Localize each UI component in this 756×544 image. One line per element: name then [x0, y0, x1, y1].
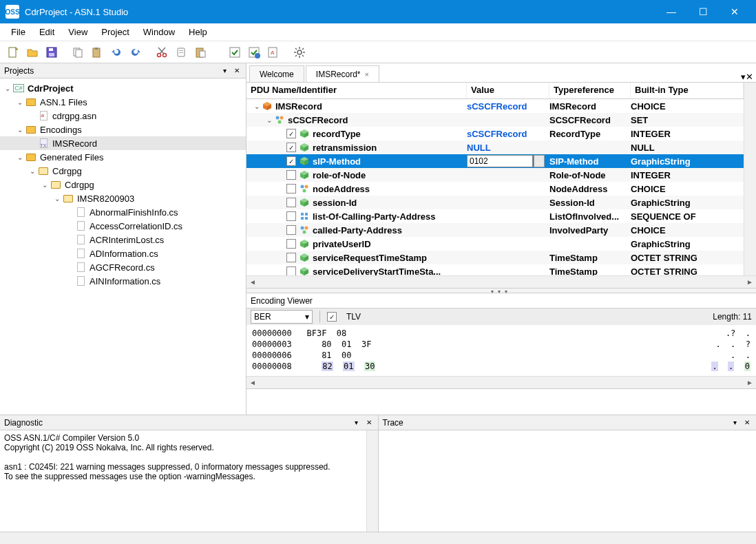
menu-help[interactable]: Help — [182, 25, 214, 39]
validate-icon[interactable] — [226, 43, 244, 61]
tree-imsrecord[interactable]: TXIMSRecord — [0, 136, 246, 150]
trace-menu-icon[interactable]: ▾ — [730, 418, 739, 428]
tree-file-1[interactable]: AbnormalFinishInfo.cs — [0, 205, 246, 219]
undo-icon[interactable] — [107, 43, 125, 61]
menu-file[interactable]: File — [4, 25, 32, 39]
checkbox-calling-party[interactable] — [286, 211, 296, 221]
menu-project[interactable]: Project — [94, 25, 136, 39]
grid-row-0[interactable]: ⌄IMSRecord sCSCFRecord IMSRecord CHOICE — [246, 99, 744, 113]
diagnostic-scrollbar[interactable] — [366, 430, 378, 532]
sip-method-value-input[interactable] — [467, 155, 533, 167]
checkbox-role-of-node[interactable] — [286, 170, 296, 180]
svg-point-58 — [305, 227, 308, 230]
tree-asn-file[interactable]: acdrgpg.asn — [0, 109, 246, 123]
trace-close-icon[interactable]: ✕ — [742, 418, 752, 428]
grid-vertical-scrollbar[interactable] — [744, 83, 756, 275]
checkbox-sdsts[interactable] — [286, 266, 296, 275]
grid-row-1[interactable]: ⌄sCSCFRecord SCSCFRecord SET — [246, 113, 744, 127]
hex-view[interactable]: .? . . . ? . . . . 000000000 BF3F 08 000… — [246, 325, 756, 376]
grid-row-12[interactable]: serviceDeliveryStartTimeSta... TimeStamp… — [246, 264, 744, 275]
grid-h-builtin[interactable]: Built-in Type — [631, 83, 744, 98]
tree-cdrgpg-1[interactable]: ⌄Cdrgpg — [0, 164, 246, 178]
length-label: Length: 11 — [713, 312, 752, 322]
project-tree[interactable]: ⌄C#CdrProject ⌄ASN.1 Files acdrgpg.asn ⌄… — [0, 79, 246, 421]
grid-horizontal-scrollbar[interactable]: ◄► — [246, 275, 756, 288]
paste-icon[interactable] — [88, 43, 106, 61]
redo-icon[interactable] — [127, 43, 145, 61]
hex-horizontal-scrollbar[interactable]: ◄► — [246, 376, 756, 388]
grid-row-6[interactable]: nodeAddress NodeAddress CHOICE — [246, 182, 744, 196]
checkbox-srts[interactable] — [286, 253, 296, 262]
svg-rect-56 — [305, 217, 308, 220]
tree-file-5[interactable]: AGCFRecord.cs — [0, 260, 246, 274]
bottom-panels: Diagnostic ▾ ✕ OSS ASN.1/C# Compiler Ver… — [0, 415, 756, 532]
tree-asn1-files[interactable]: ⌄ASN.1 Files — [0, 95, 246, 109]
copy-icon[interactable] — [69, 43, 87, 61]
new-project-icon[interactable] — [4, 43, 22, 61]
tab-welcome[interactable]: Welcome — [249, 65, 304, 82]
cut-icon[interactable] — [153, 43, 171, 61]
grid-h-typeref[interactable]: Typereference — [549, 83, 631, 98]
tab-imsrecord[interactable]: IMSRecord*× — [306, 65, 379, 82]
grid-row-2[interactable]: recordType sCSCFRecord RecordType INTEGE… — [246, 127, 744, 140]
tree-file-6[interactable]: AINInformation.cs — [0, 274, 246, 288]
checkbox-session-id[interactable] — [286, 198, 296, 207]
tree-root[interactable]: ⌄C#CdrProject — [0, 81, 246, 95]
grid-row-9[interactable]: called-Party-Address InvolvedParty CHOIC… — [246, 223, 744, 237]
save-icon[interactable] — [43, 43, 61, 61]
tree-cdrgpg-2[interactable]: ⌄Cdrgpg — [0, 178, 246, 191]
projects-menu-icon[interactable]: ▾ — [220, 66, 229, 76]
clipboard-copy-icon[interactable] — [172, 43, 190, 61]
maximize-button[interactable]: ☐ — [687, 0, 719, 23]
grid-row-8[interactable]: list-Of-Calling-Party-Address ListOfInvo… — [246, 209, 744, 223]
diagnostic-close-icon[interactable]: ✕ — [364, 418, 374, 428]
tree-generated[interactable]: ⌄Generated Files — [0, 150, 246, 164]
tab-close-icon[interactable]: × — [364, 70, 368, 79]
trace-body[interactable] — [379, 430, 757, 532]
horizontal-splitter[interactable]: ▾▾▾ — [246, 288, 756, 293]
grid-h-name[interactable]: PDU Name/Identifier — [246, 83, 467, 98]
run-icon[interactable] — [245, 43, 263, 61]
grid-row-4[interactable]: sIP-Method … SIP-Method GraphicString — [246, 154, 744, 168]
compile-icon[interactable]: A — [264, 43, 282, 61]
svg-rect-54 — [305, 213, 308, 216]
app-logo-icon: OSS — [6, 5, 19, 19]
svg-line-28 — [302, 48, 304, 50]
diagnostic-text[interactable]: OSS ASN.1/C# Compiler Version 5.0 Copyri… — [0, 430, 378, 532]
encoding-codec-select[interactable]: BER▾ — [251, 310, 313, 324]
tabbar-menu-icon[interactable]: ▾ — [741, 72, 746, 82]
diagnostic-menu-icon[interactable]: ▾ — [352, 418, 361, 428]
checkbox-recordtype[interactable] — [286, 129, 296, 138]
grid-row-3[interactable]: retransmission NULL NULL — [246, 140, 744, 154]
menu-view[interactable]: View — [61, 25, 94, 39]
grid-row-11[interactable]: serviceRequestTimeStamp TimeStamp OCTET … — [246, 251, 744, 264]
pdu-grid[interactable]: PDU Name/Identifier Value Typereference … — [246, 83, 744, 275]
clipboard-paste-icon[interactable] — [191, 43, 209, 61]
projects-close-icon[interactable]: ✕ — [232, 66, 242, 76]
checkbox-sip-method[interactable] — [286, 156, 296, 166]
tree-imsr[interactable]: ⌄IMSR8200903 — [0, 191, 246, 205]
svg-rect-53 — [301, 213, 304, 216]
grid-h-value[interactable]: Value — [467, 83, 549, 98]
open-icon[interactable] — [23, 43, 41, 61]
tree-file-4[interactable]: ADInformation.cs — [0, 247, 246, 260]
checkbox-nodeaddress[interactable] — [286, 184, 296, 193]
tlv-checkbox[interactable] — [327, 312, 337, 322]
svg-point-57 — [301, 227, 304, 230]
grid-row-7[interactable]: session-Id Session-Id GraphicString — [246, 196, 744, 209]
menu-window[interactable]: Window — [136, 25, 182, 39]
tree-file-3[interactable]: ACRInterimLost.cs — [0, 233, 246, 247]
tree-encodings[interactable]: ⌄Encodings — [0, 123, 246, 136]
grid-row-10[interactable]: privateUserID GraphicString — [246, 237, 744, 251]
grid-row-5[interactable]: role-of-Node Role-of-Node INTEGER — [246, 168, 744, 182]
minimize-button[interactable]: — — [655, 0, 687, 23]
value-ellipsis-button[interactable]: … — [534, 155, 545, 167]
close-button[interactable]: ✕ — [719, 0, 750, 23]
settings-icon[interactable] — [291, 43, 308, 61]
menu-edit[interactable]: Edit — [32, 25, 61, 39]
tabbar-close-icon[interactable]: ✕ — [746, 72, 753, 82]
tree-file-2[interactable]: AccessCorrelationID.cs — [0, 219, 246, 233]
checkbox-called-party[interactable] — [286, 225, 296, 235]
checkbox-retransmission[interactable] — [286, 143, 296, 152]
checkbox-privateuserid[interactable] — [286, 239, 296, 249]
